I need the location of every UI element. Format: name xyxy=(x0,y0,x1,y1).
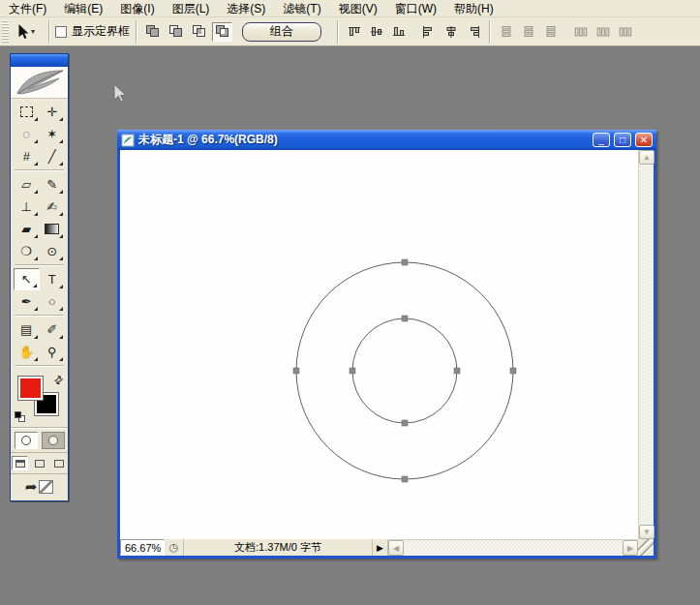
toolbox-titlebar[interactable] xyxy=(11,54,68,67)
standard-screen-mode-button[interactable] xyxy=(12,456,28,470)
align-right-edges-button[interactable] xyxy=(463,22,483,42)
distribute-vertical-centers-button[interactable] xyxy=(518,22,538,42)
eyedropper-tool[interactable]: ✐ xyxy=(40,318,66,341)
subtract-from-shape-area-button[interactable] xyxy=(166,22,186,42)
eraser-tool[interactable]: ▰ xyxy=(14,218,40,240)
maximize-button[interactable]: □ xyxy=(614,133,631,147)
distribute-bottom-edges-button[interactable] xyxy=(540,22,561,42)
pen-tool[interactable]: ✒ xyxy=(14,290,40,313)
tools-grid: ✛◌✶#╱▱✎⊥✍▰❍⊙↖T✒○▤✐✋⚲ xyxy=(11,99,68,371)
scroll-right-icon[interactable]: ▶ xyxy=(623,540,638,556)
menu-bar: 文件(F)编辑(E)图像(I)图层(L)选择(S)滤镜(T)视图(V)窗口(W)… xyxy=(0,0,700,17)
standard-mode-button[interactable] xyxy=(15,432,38,449)
foreground-color-swatch[interactable] xyxy=(17,376,44,401)
jump-arrow-icon: ➦ xyxy=(25,478,38,496)
menu-image[interactable]: 图像(I) xyxy=(111,0,163,17)
crop-tool[interactable]: # xyxy=(14,145,40,167)
dodge-tool[interactable]: ⊙ xyxy=(40,240,66,262)
document-size-status: 文档:1.37M/0 字节 xyxy=(184,539,373,556)
gradient-icon xyxy=(45,224,59,234)
default-colors-icon[interactable] xyxy=(15,411,25,422)
swap-colors-icon[interactable]: ⇄ xyxy=(51,373,66,388)
anchor-point xyxy=(454,368,460,374)
menu-select[interactable]: 选择(S) xyxy=(218,0,274,17)
anchor-point xyxy=(402,476,408,482)
jump-to-imageready-button[interactable]: ➦ xyxy=(11,473,68,500)
scroll-down-icon[interactable]: ▼ xyxy=(639,525,654,539)
menu-filter[interactable]: 滤镜(T) xyxy=(274,0,329,17)
align-buttons-group xyxy=(344,22,483,42)
move-tool[interactable]: ✛ xyxy=(40,101,66,123)
align-vertical-centers-button[interactable] xyxy=(366,22,386,42)
distribute-right-edges-button[interactable] xyxy=(615,22,635,42)
history-brush-tool[interactable]: ✍ xyxy=(40,196,66,218)
distribute-top-edges-button[interactable] xyxy=(496,22,516,42)
timer-icon[interactable]: ◷ xyxy=(165,539,184,556)
brush-tool[interactable]: ✎ xyxy=(40,173,66,196)
rectangular-marquee-tool[interactable] xyxy=(14,101,40,123)
imageready-icon xyxy=(39,480,53,494)
horizontal-scrollbar[interactable]: ◀ ▶ xyxy=(388,539,638,556)
lasso-tool[interactable]: ◌ xyxy=(14,123,40,145)
menu-edit[interactable]: 编辑(E) xyxy=(55,0,111,17)
align-horizontal-centers-button[interactable] xyxy=(441,22,461,42)
menu-layer[interactable]: 图层(L) xyxy=(164,0,219,17)
fullscreen-with-menu-button[interactable] xyxy=(31,456,47,470)
type-tool[interactable]: T xyxy=(40,268,66,290)
scroll-up-icon[interactable]: ▲ xyxy=(639,150,654,165)
fullscreen-mode-button[interactable] xyxy=(50,456,67,470)
window-resize-grip[interactable] xyxy=(638,539,654,556)
magic-wand-tool[interactable]: ✶ xyxy=(40,123,66,145)
menu-file[interactable]: 文件(F) xyxy=(0,0,55,17)
document-icon xyxy=(121,134,135,147)
horizontal-scroll-track[interactable] xyxy=(404,540,623,556)
align-left-edges-button[interactable] xyxy=(418,22,439,42)
path-selection-tool[interactable]: ↖ xyxy=(14,268,40,290)
align-bottom-edges-button[interactable] xyxy=(388,22,409,42)
zoom-tool[interactable]: ⚲ xyxy=(40,341,66,363)
path-shapes xyxy=(120,150,638,539)
edit-mode-buttons xyxy=(11,427,68,452)
anchor-point xyxy=(510,368,516,374)
close-button[interactable]: ✕ xyxy=(635,133,653,147)
hand-tool[interactable]: ✋ xyxy=(14,341,40,363)
vertical-scroll-track[interactable] xyxy=(639,165,654,525)
mouse-cursor xyxy=(113,84,127,104)
slice-tool[interactable]: ╱ xyxy=(40,145,66,167)
scroll-left-icon[interactable]: ◀ xyxy=(388,540,404,556)
anchor-point xyxy=(293,368,299,374)
document-title: 未标题-1 @ 66.7%(RGB/8) xyxy=(138,132,589,148)
show-bounding-box-checkbox[interactable] xyxy=(55,26,67,38)
notes-tool[interactable]: ▤ xyxy=(14,318,40,341)
menu-view[interactable]: 视图(V) xyxy=(330,0,386,17)
photoshop-app: 文件(F)编辑(E)图像(I)图层(L)选择(S)滤镜(T)视图(V)窗口(W)… xyxy=(0,0,700,605)
minimize-button[interactable]: _ xyxy=(593,133,610,147)
shape-combine-group xyxy=(142,22,232,42)
quick-mask-mode-button[interactable] xyxy=(42,432,65,449)
gradient-tool[interactable] xyxy=(40,218,66,240)
exclude-overlapping-shape-areas-button[interactable] xyxy=(212,22,232,42)
separator xyxy=(337,20,338,44)
clone-stamp-tool[interactable]: ⊥ xyxy=(14,196,40,218)
menu-help[interactable]: 帮助(H) xyxy=(445,0,502,17)
current-tool-preview[interactable]: ▾ xyxy=(9,24,43,40)
document-titlebar[interactable]: 未标题-1 @ 66.7%(RGB/8) _ □ ✕ xyxy=(117,130,656,150)
blur-tool[interactable]: ❍ xyxy=(14,240,40,262)
photoshop-feather-logo xyxy=(11,67,68,99)
vertical-scrollbar[interactable]: ▲ ▼ xyxy=(638,150,654,539)
screen-mode-buttons xyxy=(11,452,68,473)
menu-window[interactable]: 窗口(W) xyxy=(386,0,445,17)
align-top-edges-button[interactable] xyxy=(344,22,364,42)
status-options-arrow[interactable]: ▶ xyxy=(373,539,388,556)
distribute-left-edges-button[interactable] xyxy=(570,22,591,42)
add-to-shape-area-button[interactable] xyxy=(142,22,163,42)
intersect-shape-areas-button[interactable] xyxy=(189,22,209,42)
ellipse-shape-tool[interactable]: ○ xyxy=(40,290,66,313)
options-bar-grip[interactable] xyxy=(2,20,9,44)
combine-button[interactable]: 组合 xyxy=(242,22,321,42)
zoom-level-field[interactable]: 66.67% xyxy=(120,539,165,556)
show-bounding-box-option: 显示定界框 xyxy=(55,23,130,40)
distribute-horizontal-centers-button[interactable] xyxy=(593,22,613,42)
healing-brush-tool[interactable]: ▱ xyxy=(14,173,40,196)
canvas[interactable] xyxy=(120,150,638,539)
